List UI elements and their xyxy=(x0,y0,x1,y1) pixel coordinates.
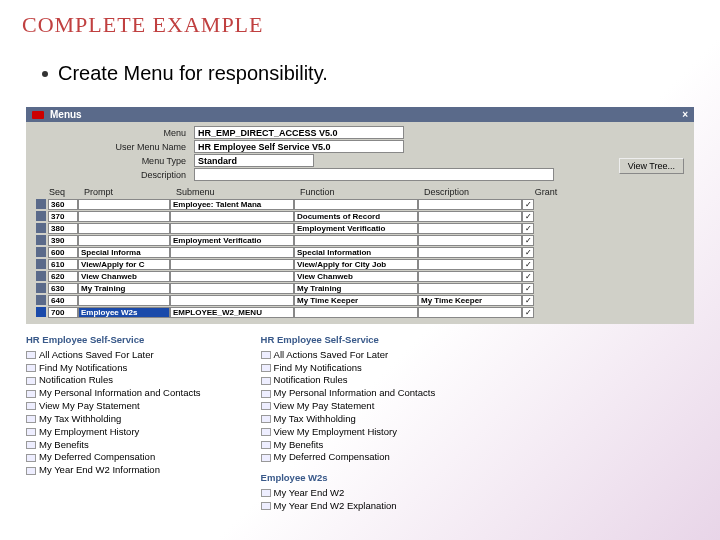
close-icon[interactable]: × xyxy=(682,109,688,120)
cell-grant[interactable]: ✓ xyxy=(522,235,534,246)
list-item[interactable]: My Deferred Compensation xyxy=(261,451,436,464)
cell-submenu[interactable] xyxy=(170,271,294,282)
cell-prompt[interactable] xyxy=(78,199,170,210)
cell-function[interactable] xyxy=(294,199,418,210)
cell-description[interactable] xyxy=(418,247,522,258)
cell-prompt[interactable] xyxy=(78,211,170,222)
table-row[interactable]: 380Employment Verificatio✓ xyxy=(32,222,688,234)
cell-seq[interactable]: 380 xyxy=(48,223,78,234)
cell-seq[interactable]: 620 xyxy=(48,271,78,282)
cell-grant[interactable]: ✓ xyxy=(522,271,534,282)
cell-function[interactable]: Employment Verificatio xyxy=(294,223,418,234)
cell-submenu[interactable]: EMPLOYEE_W2_MENU xyxy=(170,307,294,318)
cell-description[interactable] xyxy=(418,259,522,270)
cell-seq[interactable]: 360 xyxy=(48,199,78,210)
cell-grant[interactable]: ✓ xyxy=(522,199,534,210)
cell-function[interactable] xyxy=(294,307,418,318)
list-item[interactable]: View My Pay Statement xyxy=(26,400,201,413)
cell-seq[interactable]: 640 xyxy=(48,295,78,306)
cell-grant[interactable]: ✓ xyxy=(522,307,534,318)
list-item[interactable]: My Year End W2 Information xyxy=(26,464,201,477)
table-row[interactable]: 640My Time KeeperMy Time Keeper✓ xyxy=(32,294,688,306)
table-row[interactable]: 700Employee W2sEMPLOYEE_W2_MENU✓ xyxy=(32,306,688,318)
list-item[interactable]: My Benefits xyxy=(26,439,201,452)
list-item[interactable]: Notification Rules xyxy=(261,374,436,387)
page-icon xyxy=(261,351,271,359)
table-row[interactable]: 600Special InformaSpecial Information✓ xyxy=(32,246,688,258)
list-item[interactable]: View My Pay Statement xyxy=(261,400,436,413)
cell-function[interactable]: My Training xyxy=(294,283,418,294)
cell-function[interactable]: My Time Keeper xyxy=(294,295,418,306)
cell-seq[interactable]: 370 xyxy=(48,211,78,222)
cell-function[interactable]: View/Apply for City Job xyxy=(294,259,418,270)
table-row[interactable]: 630My TrainingMy Training✓ xyxy=(32,282,688,294)
cell-submenu[interactable] xyxy=(170,283,294,294)
cell-prompt[interactable]: My Training xyxy=(78,283,170,294)
cell-seq[interactable]: 600 xyxy=(48,247,78,258)
cell-function[interactable] xyxy=(294,235,418,246)
table-row[interactable]: 390Employment Verificatio✓ xyxy=(32,234,688,246)
list-item[interactable]: Find My Notifications xyxy=(26,362,201,375)
cell-prompt[interactable]: View Chanweb xyxy=(78,271,170,282)
cell-function[interactable]: Documents of Record xyxy=(294,211,418,222)
cell-description[interactable] xyxy=(418,283,522,294)
field-menu-type[interactable]: Standard xyxy=(194,154,314,167)
cell-seq[interactable]: 390 xyxy=(48,235,78,246)
table-row[interactable]: 620View ChanwebView Chanweb✓ xyxy=(32,270,688,282)
list-item-label: My Tax Withholding xyxy=(274,413,356,426)
cell-prompt[interactable] xyxy=(78,235,170,246)
cell-description[interactable] xyxy=(418,199,522,210)
list-item[interactable]: Notification Rules xyxy=(26,374,201,387)
cell-submenu[interactable] xyxy=(170,211,294,222)
cell-prompt[interactable]: Special Informa xyxy=(78,247,170,258)
view-tree-button[interactable]: View Tree... xyxy=(619,158,684,174)
cell-grant[interactable]: ✓ xyxy=(522,223,534,234)
cell-grant[interactable]: ✓ xyxy=(522,211,534,222)
list-item[interactable]: All Actions Saved For Later xyxy=(261,349,436,362)
list-item[interactable]: My Year End W2 xyxy=(261,487,436,500)
list-item[interactable]: My Deferred Compensation xyxy=(26,451,201,464)
cell-prompt[interactable]: Employee W2s xyxy=(78,307,170,318)
cell-description[interactable] xyxy=(418,307,522,318)
cell-description[interactable] xyxy=(418,223,522,234)
table-row[interactable]: 360Employee: Talent Mana✓ xyxy=(32,198,688,210)
cell-grant[interactable]: ✓ xyxy=(522,283,534,294)
list-item[interactable]: My Employment History xyxy=(26,426,201,439)
list-item[interactable]: My Benefits xyxy=(261,439,436,452)
cell-seq[interactable]: 700 xyxy=(48,307,78,318)
list-item[interactable]: My Tax Withholding xyxy=(261,413,436,426)
cell-function[interactable]: Special Information xyxy=(294,247,418,258)
cell-submenu[interactable] xyxy=(170,223,294,234)
list-item[interactable]: My Tax Withholding xyxy=(26,413,201,426)
cell-prompt[interactable] xyxy=(78,295,170,306)
cell-function[interactable]: View Chanweb xyxy=(294,271,418,282)
cell-grant[interactable]: ✓ xyxy=(522,295,534,306)
cell-prompt[interactable]: View/Apply for C xyxy=(78,259,170,270)
field-menu[interactable]: HR_EMP_DIRECT_ACCESS V5.0 xyxy=(194,126,404,139)
cell-seq[interactable]: 610 xyxy=(48,259,78,270)
left-menu-title: HR Employee Self-Service xyxy=(26,334,201,347)
list-item[interactable]: My Personal Information and Contacts xyxy=(261,387,436,400)
cell-seq[interactable]: 630 xyxy=(48,283,78,294)
table-row[interactable]: 370Documents of Record✓ xyxy=(32,210,688,222)
field-description[interactable] xyxy=(194,168,554,181)
list-item[interactable]: My Year End W2 Explanation xyxy=(261,500,436,513)
cell-description[interactable] xyxy=(418,235,522,246)
list-item[interactable]: My Personal Information and Contacts xyxy=(26,387,201,400)
field-user-menu-name[interactable]: HR Employee Self Service V5.0 xyxy=(194,140,404,153)
cell-submenu[interactable]: Employment Verificatio xyxy=(170,235,294,246)
cell-description[interactable] xyxy=(418,271,522,282)
cell-grant[interactable]: ✓ xyxy=(522,247,534,258)
cell-description[interactable] xyxy=(418,211,522,222)
table-row[interactable]: 610View/Apply for CView/Apply for City J… xyxy=(32,258,688,270)
cell-description[interactable]: My Time Keeper xyxy=(418,295,522,306)
list-item[interactable]: Find My Notifications xyxy=(261,362,436,375)
list-item[interactable]: View My Employment History xyxy=(261,426,436,439)
cell-submenu[interactable]: Employee: Talent Mana xyxy=(170,199,294,210)
list-item[interactable]: All Actions Saved For Later xyxy=(26,349,201,362)
cell-prompt[interactable] xyxy=(78,223,170,234)
cell-submenu[interactable] xyxy=(170,295,294,306)
cell-submenu[interactable] xyxy=(170,259,294,270)
cell-submenu[interactable] xyxy=(170,247,294,258)
cell-grant[interactable]: ✓ xyxy=(522,259,534,270)
